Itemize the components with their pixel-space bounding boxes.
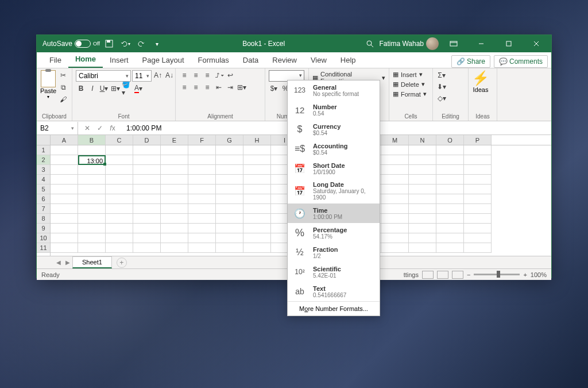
format-painter-button[interactable]: 🖌: [58, 94, 68, 105]
cell-E8[interactable]: [161, 214, 188, 224]
fill-color-button[interactable]: 🪣▾: [122, 83, 132, 94]
column-header-C[interactable]: C: [106, 135, 133, 145]
cell-C3[interactable]: [106, 165, 133, 175]
cell-M7[interactable]: [381, 204, 409, 214]
tab-file[interactable]: File: [42, 53, 68, 68]
cell-B3[interactable]: [78, 165, 106, 175]
cell-G4[interactable]: [216, 175, 243, 185]
add-sheet-button[interactable]: +: [117, 258, 127, 268]
share-button[interactable]: 🔗Share: [451, 55, 490, 68]
cell-G7[interactable]: [216, 204, 243, 214]
number-format-fraction[interactable]: ½Fraction 1/2: [288, 243, 380, 262]
cell-M2[interactable]: [381, 155, 409, 165]
cell-C11[interactable]: [106, 243, 133, 253]
cell-D7[interactable]: [133, 204, 161, 214]
cell-N1[interactable]: [409, 145, 436, 155]
cell-B11[interactable]: [78, 243, 106, 253]
cell-F11[interactable]: [188, 243, 216, 253]
cell-F4[interactable]: [188, 175, 216, 185]
column-header-P[interactable]: P: [464, 135, 492, 145]
wrap-text-button[interactable]: ↩: [225, 70, 235, 80]
cell-A10[interactable]: [51, 233, 78, 243]
cell-O7[interactable]: [436, 204, 464, 214]
cell-N8[interactable]: [409, 214, 436, 224]
copy-button[interactable]: ⧉: [58, 82, 68, 93]
cell-P9[interactable]: [464, 224, 492, 233]
cell-D2[interactable]: [133, 155, 161, 165]
underline-button[interactable]: U▾: [99, 83, 109, 94]
redo-button[interactable]: [134, 37, 148, 51]
column-header-D[interactable]: D: [133, 135, 161, 145]
number-format-scientific[interactable]: 10²Scientific5.42E-01: [288, 262, 380, 282]
cell-E7[interactable]: [161, 204, 188, 214]
cell-A4[interactable]: [51, 175, 78, 185]
cell-C10[interactable]: [106, 233, 133, 243]
cell-A8[interactable]: [51, 214, 78, 224]
insert-cells-button[interactable]: ▦ Insert▾: [393, 70, 423, 79]
row-header-11[interactable]: 11: [37, 243, 50, 253]
cell-G5[interactable]: [216, 185, 243, 194]
cell-M5[interactable]: [381, 185, 409, 194]
row-header-7[interactable]: 7: [37, 204, 50, 214]
cell-B9[interactable]: [78, 224, 106, 233]
cell-G1[interactable]: [216, 145, 243, 155]
cell-O11[interactable]: [436, 243, 464, 253]
align-middle-button[interactable]: ≡: [191, 70, 201, 80]
cell-P8[interactable]: [464, 214, 492, 224]
orientation-button[interactable]: ⭜▾: [214, 70, 224, 80]
cell-B5[interactable]: [78, 185, 106, 194]
cell-O8[interactable]: [436, 214, 464, 224]
cell-O9[interactable]: [436, 224, 464, 233]
tab-review[interactable]: Review: [265, 53, 304, 68]
font-size-combo[interactable]: 11: [132, 70, 152, 82]
delete-cells-button[interactable]: ▦ Delete▾: [393, 80, 425, 89]
cell-B4[interactable]: [78, 175, 106, 185]
cell-P6[interactable]: [464, 194, 492, 204]
cell-A6[interactable]: [51, 194, 78, 204]
cell-E11[interactable]: [161, 243, 188, 253]
cell-P5[interactable]: [464, 185, 492, 194]
cell-G11[interactable]: [216, 243, 243, 253]
cell-P4[interactable]: [464, 175, 492, 185]
cell-H3[interactable]: [243, 165, 271, 175]
cell-E6[interactable]: [161, 194, 188, 204]
cell-D4[interactable]: [133, 175, 161, 185]
cell-F7[interactable]: [188, 204, 216, 214]
row-header-6[interactable]: 6: [37, 194, 50, 204]
cell-P10[interactable]: [464, 233, 492, 243]
column-header-B[interactable]: B: [78, 135, 106, 145]
cell-P3[interactable]: [464, 165, 492, 175]
align-left-button[interactable]: ≡: [179, 82, 189, 93]
cell-M3[interactable]: [381, 165, 409, 175]
cell-B7[interactable]: [78, 204, 106, 214]
cell-F1[interactable]: [188, 145, 216, 155]
cell-M4[interactable]: [381, 175, 409, 185]
cell-E9[interactable]: [161, 224, 188, 233]
column-header-G[interactable]: G: [216, 135, 243, 145]
cell-B10[interactable]: [78, 233, 106, 243]
cell-H1[interactable]: [243, 145, 271, 155]
row-header-4[interactable]: 4: [37, 175, 50, 185]
cell-D3[interactable]: [133, 165, 161, 175]
undo-button[interactable]: ▾: [118, 37, 132, 51]
column-header-A[interactable]: A: [51, 135, 78, 145]
align-bottom-button[interactable]: ≡: [202, 70, 212, 80]
cell-F10[interactable]: [188, 233, 216, 243]
format-cells-button[interactable]: ▦ Format▾: [393, 90, 427, 98]
cell-N3[interactable]: [409, 165, 436, 175]
cell-G3[interactable]: [216, 165, 243, 175]
increase-font-button[interactable]: A↑: [153, 70, 163, 80]
zoom-slider[interactable]: [474, 274, 520, 275]
tab-page-layout[interactable]: Page Layout: [136, 53, 191, 68]
cell-C7[interactable]: [106, 204, 133, 214]
cell-H5[interactable]: [243, 185, 271, 194]
bold-button[interactable]: B: [76, 83, 86, 94]
number-format-time[interactable]: 🕐Time1:00:00 PM: [288, 203, 380, 223]
column-header-H[interactable]: H: [243, 135, 271, 145]
currency-button[interactable]: $▾: [269, 83, 279, 94]
tab-data[interactable]: Data: [236, 53, 265, 68]
ribbon-display-options[interactable]: [441, 36, 466, 52]
cell-N4[interactable]: [409, 175, 436, 185]
cell-N7[interactable]: [409, 204, 436, 214]
page-break-view-button[interactable]: [452, 271, 463, 279]
